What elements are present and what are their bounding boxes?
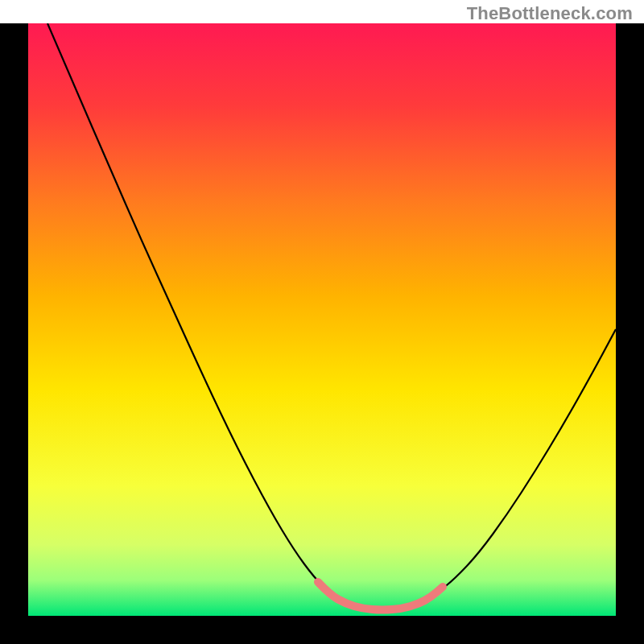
watermark-text: TheBottleneck.com bbox=[467, 3, 633, 24]
chart-background bbox=[28, 23, 616, 616]
chart-svg bbox=[28, 23, 616, 616]
chart-plot-area bbox=[28, 23, 616, 616]
chart-frame bbox=[0, 23, 644, 644]
